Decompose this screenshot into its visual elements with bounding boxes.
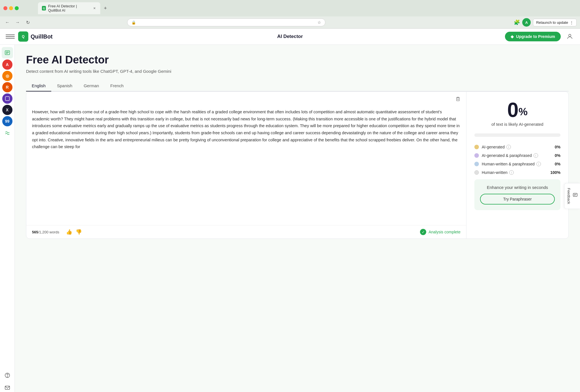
info-icon-human-written[interactable]: i — [509, 170, 514, 175]
header-actions: ◆ Upgrade to Premium — [505, 32, 574, 41]
browser-chrome: Q Free AI Detector | QuillBot AI ✕ + ← →… — [0, 0, 580, 29]
ai-percent-label: of text is likely AI-generated — [474, 122, 560, 127]
feedback-tab[interactable]: Feedback — [564, 183, 580, 209]
tab-german[interactable]: German — [78, 80, 105, 91]
window-controls — [3, 6, 19, 10]
dot-ai-paraphrased — [474, 153, 479, 158]
svg-rect-11 — [457, 98, 459, 101]
sidebar-item-mail[interactable] — [2, 382, 13, 392]
thumbs-down-btn[interactable]: 👎 — [76, 229, 82, 235]
analysis-label: Analysis complete — [428, 230, 460, 234]
account-avatar[interactable]: A — [522, 18, 531, 27]
tab-close-icon[interactable]: ✕ — [92, 6, 96, 10]
editor-text[interactable]: However, how will students come out of a… — [26, 104, 466, 225]
svg-rect-14 — [573, 193, 577, 197]
ai-percent-number: 0 — [507, 100, 519, 120]
hamburger-line-2 — [6, 36, 15, 37]
language-tabs: English Spanish German French — [26, 80, 569, 91]
tab-title: Free AI Detector | QuillBot AI — [48, 4, 89, 12]
dot-human-paraphrased — [474, 162, 479, 166]
sidebar-item-paraphraser[interactable]: ◎ — [2, 71, 12, 81]
feedback-icon — [573, 193, 578, 199]
extensions-icon[interactable]: 🧩 — [514, 19, 520, 25]
label-human-written: Human-written i — [482, 170, 547, 175]
tab-french[interactable]: French — [105, 80, 129, 91]
result-rows: AI-generated i 0% AI-generated & paraphr… — [474, 145, 560, 175]
url-input[interactable]: quillbot.com/ai-content-detector — [138, 20, 315, 25]
back-btn[interactable]: ← — [3, 18, 11, 26]
tab-spanish[interactable]: Spanish — [51, 80, 78, 91]
dot-human-written — [474, 170, 479, 175]
upgrade-btn[interactable]: ◆ Upgrade to Premium — [505, 32, 561, 41]
info-icon-ai-paraphrased[interactable]: i — [534, 153, 538, 158]
sidebar-item-summarizer[interactable] — [2, 47, 13, 58]
active-tab[interactable]: Q Free AI Detector | QuillBot AI ✕ — [38, 2, 100, 14]
hamburger-line-3 — [6, 38, 15, 39]
value-ai-paraphrased: 0% — [555, 153, 560, 158]
progress-bar-container — [474, 133, 560, 137]
thumb-buttons: 👍 👎 — [66, 229, 82, 235]
forward-btn[interactable]: → — [14, 18, 22, 26]
delete-btn[interactable] — [454, 95, 462, 104]
tab-english[interactable]: English — [26, 80, 51, 91]
lock-icon: 🔒 — [131, 20, 136, 25]
maximize-btn[interactable] — [15, 6, 19, 10]
word-count: 565/1,200 words — [32, 230, 59, 234]
editor-footer: 565/1,200 words 👍 👎 ✓ Analysis complete — [26, 225, 466, 238]
minimize-btn[interactable] — [9, 6, 13, 10]
relaunch-btn[interactable]: Relaunch to update ⋮ — [533, 19, 577, 26]
relaunch-label: Relaunch to update — [536, 20, 568, 25]
sidebar-item-quotes[interactable]: 99 — [2, 116, 12, 126]
main-layout: A ◎ R X 99 — [0, 45, 580, 392]
info-icon-human-paraphrased[interactable]: i — [536, 162, 541, 166]
logo-text: QuillBot — [31, 33, 53, 40]
logo[interactable]: Q QuillBot — [18, 31, 53, 42]
page-content: Free AI Detector Detect content from AI … — [15, 45, 580, 392]
thumbs-up-btn[interactable]: 👍 — [66, 229, 72, 235]
svg-point-9 — [7, 376, 8, 377]
dot-ai-generated — [474, 145, 479, 149]
refresh-btn[interactable]: ↻ — [24, 18, 32, 26]
nav-icons: 🧩 A Relaunch to update ⋮ — [514, 18, 577, 27]
editor-toolbar — [26, 92, 466, 104]
address-bar: 🔒 quillbot.com/ai-content-detector ☆ — [127, 18, 325, 26]
word-count-max: 1,200 — [39, 230, 48, 234]
label-ai-paraphrased-text: AI-generated & paraphrased — [482, 153, 532, 158]
info-icon-ai-generated[interactable]: i — [506, 145, 511, 149]
check-icon: ✓ — [420, 229, 426, 235]
label-ai-generated-text: AI-generated — [482, 145, 505, 149]
svg-text:Q: Q — [22, 35, 24, 39]
results-pane: 0% of text is likely AI-generated AI-gen… — [466, 92, 568, 238]
app-container: Q QuillBot AI Detector ◆ Upgrade to Prem… — [0, 29, 580, 392]
ai-percent-display: 0% of text is likely AI-generated — [474, 100, 560, 127]
hamburger-menu[interactable] — [6, 32, 15, 41]
new-tab-btn[interactable]: + — [101, 4, 109, 12]
title-bar: Q Free AI Detector | QuillBot AI ✕ + — [0, 0, 580, 16]
sidebar-item-citation[interactable]: R — [2, 82, 12, 92]
result-row-human-written: Human-written i 100% — [474, 170, 560, 175]
header-title: AI Detector — [277, 34, 303, 39]
value-human-written: 100% — [550, 170, 560, 175]
sidebar-item-translator[interactable]: X — [2, 105, 12, 115]
star-icon[interactable]: ☆ — [317, 20, 321, 25]
word-count-current: 565 — [32, 230, 38, 234]
result-row-ai-paraphrased: AI-generated & paraphrased i 0% — [474, 153, 560, 158]
tab-favicon: Q — [42, 6, 46, 10]
try-paraphraser-btn[interactable]: Try Paraphraser — [480, 194, 555, 204]
more-icon: ⋮ — [570, 20, 573, 25]
analysis-status: ✓ Analysis complete — [420, 229, 460, 235]
sidebar-item-flow[interactable] — [2, 127, 13, 139]
sidebar-item-grammar[interactable]: A — [2, 59, 12, 70]
label-ai-paraphrased: AI-generated & paraphrased i — [482, 153, 552, 158]
tab-bar: Q Free AI Detector | QuillBot AI ✕ + — [21, 2, 126, 14]
sidebar-item-help[interactable] — [2, 370, 13, 381]
label-ai-generated: AI-generated i — [482, 145, 552, 149]
label-human-paraphrased-text: Human-written & paraphrased — [482, 162, 535, 166]
hamburger-line-1 — [6, 35, 15, 35]
upgrade-label: Upgrade to Premium — [516, 34, 555, 39]
close-btn[interactable] — [3, 6, 7, 10]
sidebar-item-cowriter[interactable] — [2, 93, 12, 104]
upgrade-icon: ◆ — [511, 34, 514, 39]
user-icon[interactable] — [565, 32, 574, 41]
browser-nav: ← → ↻ 🔒 quillbot.com/ai-content-detector… — [0, 16, 580, 28]
